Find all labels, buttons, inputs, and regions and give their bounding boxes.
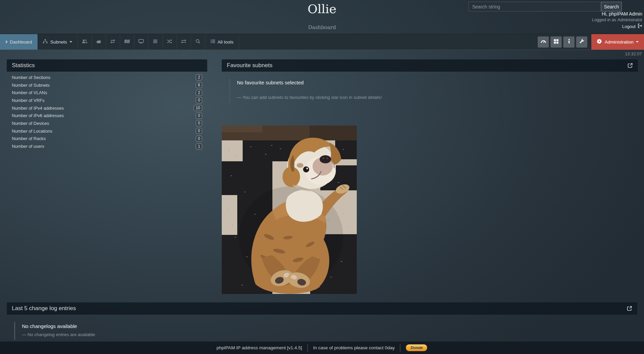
user-greeting: Hi, phpIPAM Admin bbox=[592, 11, 642, 17]
caret-down-icon bbox=[636, 41, 639, 43]
favourites-empty-note: No favourite subnets selected — You can … bbox=[229, 78, 638, 103]
th-list-icon bbox=[210, 39, 215, 45]
stat-label: Number of Devices bbox=[12, 121, 196, 126]
stat-value-badge: 2 bbox=[196, 74, 202, 80]
user-block: Hi, phpIPAM Admin Logged in asAdministra… bbox=[592, 11, 642, 30]
nav-right-group: Administration bbox=[538, 34, 644, 50]
stat-row: Number of VLANs2 bbox=[7, 89, 207, 97]
stat-label: Number of Racks bbox=[12, 136, 196, 141]
statistics-panel: Statistics Number of Sections2Number of … bbox=[7, 59, 207, 152]
info-button[interactable] bbox=[563, 36, 574, 48]
favourite-subnets-panel: Favourite subnets No favourite subnets s… bbox=[222, 59, 638, 294]
nav-item-devices[interactable] bbox=[134, 34, 149, 50]
map-icon bbox=[124, 39, 130, 45]
nav-item-nat[interactable] bbox=[120, 34, 134, 50]
nav-item-circuits[interactable] bbox=[163, 34, 177, 50]
clock: 13:32:07 bbox=[625, 51, 642, 56]
nav-item-dashboard[interactable]: Dashboard bbox=[0, 34, 37, 50]
stat-value-badge: 2 bbox=[196, 90, 202, 96]
sign-out-icon bbox=[637, 23, 642, 30]
tools-button[interactable] bbox=[576, 36, 587, 48]
stat-label: Number of VLANs bbox=[12, 90, 196, 95]
caret-down-icon bbox=[70, 41, 72, 43]
desktop-icon bbox=[138, 39, 144, 45]
changelog-message: No changelogs available bbox=[22, 323, 637, 329]
stat-label: Number of Subnets bbox=[12, 83, 196, 88]
exchange-icon bbox=[110, 39, 115, 45]
dashboard-gauge-button[interactable] bbox=[538, 36, 549, 48]
stat-value-badge: 10 bbox=[194, 105, 202, 111]
footer-divider bbox=[400, 344, 400, 352]
phpipam-dashboard: Ollie Dashboard Search Hi, phpIPAM Admin… bbox=[0, 0, 644, 354]
bulldog-photo bbox=[222, 126, 357, 294]
search-button[interactable]: Search bbox=[601, 2, 622, 11]
stat-value-badge: 0 bbox=[196, 113, 202, 119]
donate-button[interactable]: Donate bbox=[406, 344, 427, 351]
nav-item-routing[interactable] bbox=[177, 34, 191, 50]
stat-value-badge: 1 bbox=[196, 143, 202, 149]
stat-value-badge: 0 bbox=[196, 128, 202, 134]
user-role[interactable]: Administrator bbox=[617, 18, 642, 22]
users-icon bbox=[82, 39, 87, 45]
footer-app-version: phpIPAM IP address management [v1.4.5] bbox=[217, 345, 302, 350]
stat-row: Number of Racks0 bbox=[7, 135, 207, 143]
stat-row: Number of IPv6 addresses0 bbox=[7, 112, 207, 119]
favourites-message: No favourite subnets selected bbox=[237, 80, 638, 85]
nav-item-administration[interactable]: Administration bbox=[591, 34, 644, 50]
stat-row: Number of IPv4 addresses10 bbox=[7, 104, 207, 112]
grid-icon bbox=[554, 39, 559, 45]
nav-item-all-tools[interactable]: All tools bbox=[205, 34, 239, 50]
panel-title: Last 5 change log entries bbox=[12, 305, 76, 312]
changelog-hint: — No changelog entries are available bbox=[22, 332, 637, 337]
widgets-button[interactable] bbox=[551, 36, 562, 48]
changelog-panel-header: Last 5 change log entries bbox=[7, 302, 637, 315]
page-title: Dashboard bbox=[0, 24, 644, 30]
search-icon bbox=[195, 39, 200, 45]
sitemap-icon bbox=[43, 39, 48, 45]
nav-item-search[interactable] bbox=[191, 34, 205, 50]
transfer-icon bbox=[181, 39, 186, 45]
info-icon bbox=[568, 39, 570, 45]
chevron-right-icon bbox=[5, 40, 7, 43]
shuffle-icon bbox=[167, 39, 172, 45]
logout-link[interactable]: Logout bbox=[592, 23, 642, 30]
external-link-icon[interactable] bbox=[627, 306, 632, 311]
stat-label: Number of IPv4 addresses bbox=[12, 106, 194, 111]
panel-title: Favourite subnets bbox=[227, 62, 272, 69]
stat-row: Number of VRFs0 bbox=[7, 97, 207, 104]
gear-icon bbox=[597, 39, 602, 45]
nav-item-racks[interactable] bbox=[149, 34, 163, 50]
nav-item-vlan[interactable] bbox=[92, 34, 106, 50]
favourite-subnets-header: Favourite subnets bbox=[222, 59, 638, 72]
stat-row: Number of users1 bbox=[7, 142, 207, 150]
footer-divider bbox=[307, 344, 308, 352]
stat-value-badge: 0 bbox=[196, 136, 202, 142]
logged-in-as: Logged in asAdministrator bbox=[592, 18, 642, 23]
external-link-icon[interactable] bbox=[627, 63, 633, 68]
stat-label: Number of IPv6 addresses bbox=[12, 113, 196, 118]
stat-label: Number of users bbox=[12, 144, 196, 149]
stat-value-badge: 0 bbox=[196, 120, 202, 126]
nav-item-subnets[interactable]: Subnets bbox=[37, 34, 78, 50]
gauge-icon bbox=[540, 39, 546, 45]
stat-value-badge: 6 bbox=[196, 82, 202, 88]
page-header: Ollie Dashboard Search Hi, phpIPAM Admin… bbox=[0, 0, 644, 34]
statistics-rows: Number of Sections2Number of Subnets6Num… bbox=[7, 72, 207, 152]
footer: phpIPAM IP address management [v1.4.5] I… bbox=[0, 342, 644, 354]
stat-row: Number of Sections2 bbox=[7, 74, 207, 81]
wrench-icon bbox=[579, 38, 585, 45]
nav-item-users[interactable] bbox=[78, 34, 92, 50]
stat-label: Number of Sections bbox=[12, 75, 196, 80]
search-input[interactable] bbox=[468, 2, 601, 11]
search-group: Search bbox=[468, 2, 622, 11]
favourites-hint: — You can add subnets to favourites by c… bbox=[237, 95, 638, 100]
stat-value-badge: 0 bbox=[196, 97, 202, 103]
main-nav: Dashboard Subnets bbox=[0, 34, 644, 50]
stat-row: Number of Locations0 bbox=[7, 127, 207, 135]
stat-row: Number of Subnets6 bbox=[7, 81, 207, 89]
changelog-empty-note: No changelogs available — No changelog e… bbox=[14, 322, 637, 340]
nav-item-vrf[interactable] bbox=[106, 34, 120, 50]
cloud-icon bbox=[96, 39, 102, 45]
stat-label: Number of Locations bbox=[12, 129, 196, 134]
footer-contact: In case of problems please contact 0day bbox=[313, 345, 395, 350]
